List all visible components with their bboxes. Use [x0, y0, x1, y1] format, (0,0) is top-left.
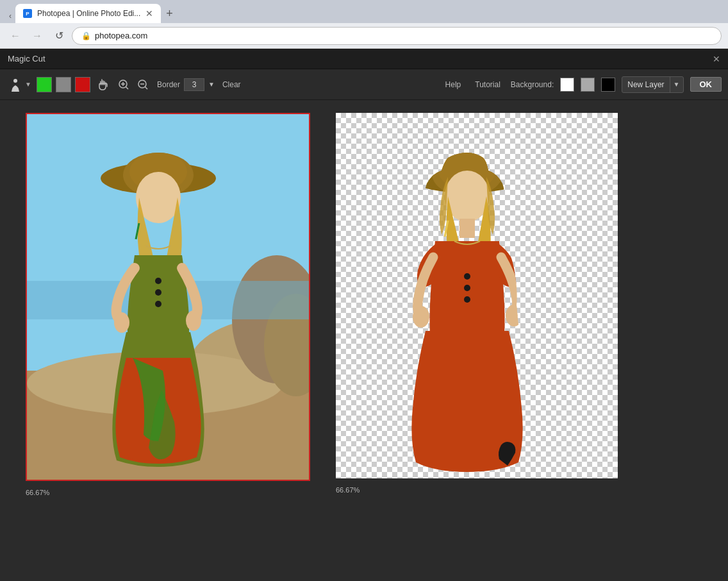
svg-point-30 — [464, 273, 470, 280]
tutorial-btn[interactable]: Tutorial — [471, 79, 504, 90]
svg-line-4 — [126, 87, 129, 89]
lock-icon: 🔒 — [81, 31, 91, 40]
border-label: Border — [157, 80, 180, 89]
svg-rect-29 — [459, 219, 475, 238]
canvas-image-left[interactable] — [27, 114, 309, 480]
svg-point-24 — [155, 301, 161, 307]
svg-point-34 — [506, 305, 522, 326]
refresh-btn[interactable]: ↺ — [50, 27, 68, 45]
tab-favicon: P — [23, 9, 32, 18]
brush-dropdown-arrow[interactable]: ▼ — [25, 78, 33, 91]
app-title: Magic Cut — [8, 54, 46, 63]
brush-tool-group: ▼ — [6, 76, 33, 94]
hand-tool-btn[interactable] — [94, 76, 112, 94]
browser-chrome: ‹ P Photopea | Online Photo Edi... ✕ + ←… — [0, 0, 728, 49]
person-brush-icon — [8, 78, 22, 92]
address-text: photopea.com — [95, 31, 147, 40]
title-bar: Magic Cut ✕ — [0, 49, 728, 69]
bg-gray-swatch[interactable] — [581, 78, 595, 92]
clear-btn[interactable]: Clear — [219, 79, 245, 90]
browser-nav: ← → ↺ 🔒 photopea.com — [0, 23, 728, 49]
title-bar-left: Magic Cut — [8, 54, 46, 63]
address-bar[interactable]: 🔒 photopea.com — [72, 27, 722, 45]
gray-color-swatch[interactable] — [56, 77, 71, 92]
svg-point-21 — [186, 310, 201, 331]
svg-point-22 — [155, 278, 161, 284]
back-btn[interactable]: ← — [6, 27, 24, 45]
ok-btn[interactable]: OK — [690, 77, 722, 92]
new-layer-text: New Layer — [622, 79, 669, 90]
tab-left-arrow[interactable]: ‹ — [5, 9, 15, 23]
svg-point-33 — [413, 306, 429, 328]
background-label: Background: — [511, 80, 554, 89]
hand-icon — [97, 78, 110, 91]
canvas-right: 66.67% — [336, 113, 618, 478]
svg-point-20 — [114, 312, 129, 333]
svg-line-7 — [145, 87, 148, 89]
canvas-image-right[interactable] — [336, 113, 618, 478]
title-close-btn[interactable]: ✕ — [713, 54, 720, 64]
toolbar: ▼ — [0, 69, 728, 100]
new-layer-dropdown[interactable]: New Layer ▼ — [622, 76, 683, 93]
tab-close-btn[interactable]: ✕ — [145, 9, 153, 18]
canvas-left: 66.67% — [26, 113, 310, 481]
zoom-label-right: 66.67% — [336, 486, 360, 494]
green-color-swatch[interactable] — [37, 77, 52, 92]
forward-btn[interactable]: → — [28, 27, 46, 45]
browser-tab-bar: ‹ P Photopea | Online Photo Edi... ✕ + — [0, 0, 728, 23]
right-image-svg — [336, 113, 618, 478]
zoom-out-icon — [136, 78, 149, 91]
checker-background — [336, 113, 618, 478]
zoom-out-btn[interactable] — [135, 77, 151, 92]
brush-tool-btn[interactable] — [6, 76, 24, 94]
border-input[interactable] — [184, 78, 204, 91]
new-tab-btn[interactable]: + — [161, 4, 178, 23]
help-btn[interactable]: Help — [442, 79, 465, 90]
svg-point-0 — [13, 79, 17, 83]
bg-black-swatch[interactable] — [601, 78, 615, 92]
svg-point-31 — [464, 285, 470, 291]
canvas-frame-left — [26, 113, 310, 481]
red-color-swatch[interactable] — [75, 77, 90, 92]
app-window: Magic Cut ✕ ▼ — [0, 49, 728, 581]
toolbar-right: Help Tutorial Background: New Layer ▼ OK — [442, 76, 722, 93]
tab-title: Photopea | Online Photo Edi... — [37, 9, 140, 18]
svg-point-23 — [155, 289, 161, 296]
new-layer-arrow-icon[interactable]: ▼ — [670, 77, 683, 92]
left-image-svg — [27, 114, 309, 480]
svg-point-32 — [464, 296, 470, 303]
active-tab[interactable]: P Photopea | Online Photo Edi... ✕ — [15, 4, 161, 23]
zoom-in-btn[interactable] — [116, 77, 131, 92]
canvas-area: 66.67% — [0, 100, 728, 581]
bg-white-swatch[interactable] — [560, 78, 574, 92]
border-dropdown-arrow[interactable]: ▼ — [208, 81, 215, 88]
zoom-in-icon — [117, 78, 130, 91]
zoom-label-left: 66.67% — [26, 489, 49, 496]
